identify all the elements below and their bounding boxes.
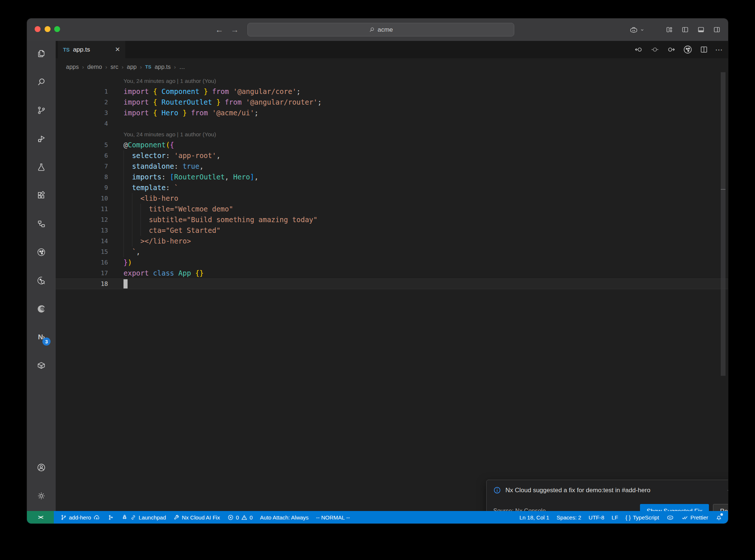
code-line-3[interactable]: 3import { Hero } from '@acme/ui'; (56, 108, 728, 118)
code-line-1[interactable]: 1import { Component } from '@angular/cor… (56, 86, 728, 97)
breadcrumb-item[interactable]: src (111, 64, 118, 70)
extensions-view-button[interactable] (36, 190, 46, 200)
breadcrumb-item[interactable]: apps (66, 64, 79, 70)
cursor-position-status[interactable]: Ln 18, Col 1 (519, 514, 549, 521)
edge-icon (36, 304, 46, 314)
edge-browser-button[interactable] (36, 304, 46, 314)
containers-view-button[interactable] (36, 361, 46, 370)
explorer-view-button[interactable] (36, 49, 46, 58)
tab-bar: TS app.ts ✕ ⋯ (56, 41, 728, 58)
customize-layout-button[interactable] (665, 26, 673, 34)
code-line-16[interactable]: 16}) (56, 257, 728, 268)
notifications-bell-button[interactable] (716, 514, 722, 521)
copilot-status[interactable] (667, 514, 674, 521)
indentation-status[interactable]: Spaces: 2 (557, 514, 581, 521)
editor-scrollbar[interactable] (721, 72, 726, 376)
search-view-button[interactable] (36, 77, 46, 87)
source-control-view-button[interactable] (36, 105, 46, 115)
nx-console-view-button[interactable]: N› 3 (36, 332, 46, 342)
breadcrumb-overflow[interactable]: … (179, 64, 185, 70)
error-icon (227, 514, 234, 521)
scrollbar-tick (721, 189, 726, 190)
chevron-right-icon: › (82, 64, 84, 70)
code-line-10[interactable]: 10 <lib-hero (56, 193, 728, 204)
next-change-icon[interactable] (667, 45, 676, 54)
notification-settings-button[interactable] (727, 487, 728, 494)
breadcrumb-item[interactable]: demo (87, 64, 102, 70)
link-icon (130, 514, 136, 521)
search-value: acme (378, 26, 393, 34)
search-icon (36, 77, 46, 87)
code-line-11[interactable]: 11 title="Welcmoe demo" (56, 204, 728, 214)
minimize-window-button[interactable] (45, 26, 51, 32)
close-window-button[interactable] (35, 26, 41, 32)
code-line-9[interactable]: 9 template: ` (56, 182, 728, 193)
layout-panel-bottom-icon (697, 26, 705, 34)
auto-attach-status[interactable]: Auto Attach: Always (260, 514, 309, 521)
code-line-5[interactable]: 5@Component({ (56, 140, 728, 150)
settings-button[interactable] (36, 491, 46, 501)
code-line-2[interactable]: 2import { RouterOutlet } from '@angular/… (56, 97, 728, 108)
editor-area: TS app.ts ✕ ⋯ apps › demo › src (56, 41, 728, 511)
layout-sidebar-right-icon (713, 26, 721, 34)
nx-project-graph-button[interactable] (36, 247, 46, 257)
chevron-right-icon: › (105, 64, 107, 70)
code-line-12[interactable]: 12 subtitle="Build something amazing tod… (56, 214, 728, 225)
copilot-menu-button[interactable] (629, 25, 645, 34)
code-line-17[interactable]: 17export class App {} (56, 268, 728, 279)
vscode-window: ← → acme (27, 18, 728, 524)
nx-graph-action-icon[interactable] (683, 45, 693, 55)
gear-icon (36, 491, 46, 501)
command-center-search[interactable]: acme (247, 23, 514, 36)
encoding-status[interactable]: UTF-8 (589, 514, 605, 521)
language-mode-status[interactable]: { }TypeScript (626, 514, 659, 521)
code-line-4[interactable]: 4 (56, 118, 728, 129)
zoom-window-button[interactable] (54, 26, 60, 32)
run-debug-view-button[interactable] (36, 134, 46, 143)
breadcrumb-file[interactable]: app.ts (154, 64, 171, 70)
git-branch-status[interactable]: add-hero (60, 514, 100, 521)
split-editor-icon[interactable] (700, 45, 708, 54)
problems-status[interactable]: 0 0 (227, 514, 253, 521)
git-branch-icon (60, 514, 67, 521)
search-icon (369, 27, 375, 33)
code-line-6[interactable]: 6 selector: 'app-root', (56, 150, 728, 161)
debug-icon (36, 134, 46, 144)
code-line-15[interactable]: 15 `, (56, 246, 728, 257)
vim-mode-status[interactable]: -- NORMAL -- (316, 514, 350, 521)
history-back-button[interactable]: ← (213, 24, 225, 36)
remote-indicator-button[interactable]: >< (27, 511, 54, 524)
breadcrumb: apps › demo › src › app › TS app.ts › … (56, 58, 728, 76)
wrench-icon (173, 514, 180, 521)
testing-view-button[interactable] (36, 162, 46, 172)
toggle-primary-sidebar-button[interactable] (681, 26, 689, 34)
code-line-14[interactable]: 14 ></lib-hero> (56, 236, 728, 246)
toggle-panel-button[interactable] (697, 26, 705, 34)
tab-app-ts[interactable]: TS app.ts ✕ (58, 41, 125, 58)
current-change-icon[interactable] (650, 45, 660, 54)
code-line-18[interactable]: 18 (56, 279, 728, 289)
prev-change-icon[interactable] (634, 45, 643, 54)
more-actions-icon[interactable]: ⋯ (715, 45, 723, 54)
references-view-button[interactable] (36, 219, 46, 228)
git-graph-icon (108, 514, 114, 521)
chevron-right-icon: › (122, 64, 123, 70)
close-tab-icon[interactable]: ✕ (115, 46, 120, 53)
formatter-status[interactable]: Prettier (681, 514, 708, 521)
history-forward-button[interactable]: → (229, 24, 241, 36)
account-icon (36, 462, 46, 473)
toggle-secondary-sidebar-button[interactable] (713, 26, 721, 34)
launchpad-status[interactable]: Launchpad (121, 514, 166, 521)
nx-cloud-ai-fix-status[interactable]: Nx Cloud AI Fix (173, 514, 220, 521)
accounts-button[interactable] (36, 463, 46, 472)
status-bar: >< add-hero Launchpad Nx Cloud AI (27, 511, 728, 524)
code-line-8[interactable]: 8 imports: [RouterOutlet, Hero], (56, 172, 728, 182)
git-graph-status[interactable] (108, 514, 114, 521)
notification-title: Nx Cloud suggested a fix for demo:test i… (505, 487, 722, 494)
code-line-7[interactable]: 7 standalone: true, (56, 161, 728, 172)
breadcrumb-item[interactable]: app (127, 64, 137, 70)
nx-graph-search-button[interactable] (36, 276, 46, 285)
eol-status[interactable]: LF (612, 514, 618, 521)
layout-sidebar-left-icon (681, 26, 689, 34)
code-line-13[interactable]: 13 cta="Get Started" (56, 225, 728, 236)
